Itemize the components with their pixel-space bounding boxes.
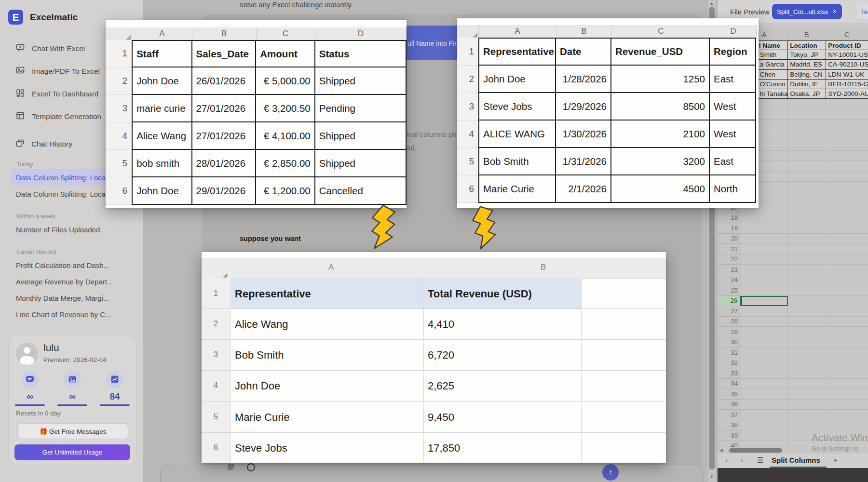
empty-cell[interactable] — [788, 192, 826, 203]
empty-cell[interactable] — [741, 420, 788, 431]
mention-icon[interactable]: @ — [227, 462, 234, 470]
empty-cell[interactable] — [741, 317, 788, 327]
row-number[interactable]: 23 — [718, 265, 741, 275]
empty-cell[interactable] — [826, 172, 868, 182]
empty-cell[interactable] — [826, 161, 868, 172]
empty-cell[interactable] — [788, 327, 826, 337]
empty-cell[interactable] — [826, 213, 868, 224]
empty-cell[interactable] — [826, 327, 868, 337]
sheet-next-icon[interactable]: › — [741, 456, 743, 464]
empty-cell[interactable] — [788, 265, 826, 275]
row-number[interactable]: 19 — [718, 223, 741, 234]
empty-cell[interactable] — [741, 265, 788, 275]
usage-stat-chart[interactable]: 84 — [99, 371, 131, 406]
empty-cell[interactable] — [826, 120, 868, 130]
empty-cell[interactable] — [826, 244, 868, 254]
get-free-messages-button[interactable]: 🎁 Get Free Messages — [17, 423, 128, 439]
hscroll-left-icon[interactable]: ◀ — [719, 448, 723, 453]
row-number[interactable]: 20 — [718, 234, 741, 244]
empty-cell[interactable] — [788, 337, 826, 348]
empty-cell[interactable] — [741, 358, 788, 369]
row-number[interactable]: 31 — [718, 348, 741, 358]
header-cell[interactable]: Location — [788, 40, 826, 50]
empty-cell[interactable] — [741, 306, 788, 317]
empty-cell[interactable] — [741, 389, 788, 400]
empty-cell[interactable] — [826, 234, 868, 244]
empty-cell[interactable] — [788, 368, 826, 379]
empty-cell[interactable] — [788, 213, 826, 224]
empty-cell[interactable] — [826, 285, 868, 296]
chat-history-item[interactable]: Line Chart of Revenue by C... — [0, 306, 132, 322]
empty-cell[interactable] — [741, 234, 788, 244]
row-number[interactable]: 30 — [718, 337, 741, 348]
empty-cell[interactable] — [826, 420, 868, 431]
row-number[interactable]: 40 — [718, 441, 741, 447]
empty-cell[interactable] — [788, 234, 826, 244]
empty-cell[interactable] — [826, 389, 868, 400]
row-number[interactable]: 24 — [718, 275, 741, 286]
split-name-button-fragment[interactable]: ull Name into Firs — [407, 26, 463, 60]
empty-cell[interactable] — [741, 348, 788, 358]
empty-cell[interactable] — [788, 120, 826, 130]
empty-cell[interactable] — [826, 254, 868, 265]
send-button[interactable]: ↑ — [602, 464, 619, 481]
data-cell[interactable]: Dublin, IE — [788, 80, 826, 89]
empty-cell[interactable] — [826, 130, 868, 141]
row-number[interactable]: 21 — [718, 244, 741, 254]
empty-cell[interactable] — [788, 389, 826, 400]
chat-history-item[interactable]: Number of Files Uploaded — [0, 221, 132, 238]
empty-cell[interactable] — [826, 296, 868, 307]
empty-cell[interactable] — [788, 99, 826, 109]
empty-cell[interactable] — [826, 368, 868, 379]
empty-cell[interactable] — [788, 285, 826, 296]
empty-cell[interactable] — [826, 306, 868, 317]
chat-history-item[interactable]: Monthly Data Merge, Margi... — [0, 290, 132, 306]
empty-cell[interactable] — [826, 358, 868, 369]
empty-cell[interactable] — [741, 379, 788, 389]
row-number[interactable]: 26 — [718, 296, 741, 307]
empty-cell[interactable] — [741, 410, 788, 420]
empty-cell[interactable] — [741, 254, 788, 265]
row-number[interactable]: 34 — [718, 379, 741, 389]
sheet-menu-icon[interactable]: ☰ — [757, 456, 763, 465]
data-cell[interactable]: Osaka, JP — [788, 89, 826, 99]
empty-cell[interactable] — [826, 410, 868, 420]
data-cell[interactable]: SYD-2000-AU — [826, 89, 868, 99]
empty-cell[interactable] — [788, 358, 826, 369]
row-number[interactable]: 38 — [718, 420, 741, 431]
empty-cell[interactable] — [826, 317, 868, 327]
empty-cell[interactable] — [741, 244, 788, 254]
empty-cell[interactable] — [788, 172, 826, 182]
empty-cell[interactable] — [826, 223, 868, 234]
scroll-down-icon[interactable]: ▼ — [708, 474, 716, 479]
row-number[interactable]: 35 — [718, 389, 741, 400]
row-number[interactable]: 27 — [718, 306, 741, 317]
close-tab-icon[interactable]: ✕ — [832, 8, 837, 15]
empty-cell[interactable] — [826, 192, 868, 203]
empty-cell[interactable] — [741, 441, 788, 447]
empty-cell[interactable] — [788, 161, 826, 172]
chat-history-item[interactable]: Average Revenue by Depart... — [0, 273, 132, 290]
chat-history-item[interactable]: Profit Calculation and Dash... — [0, 257, 132, 273]
empty-cell[interactable] — [826, 379, 868, 389]
empty-cell[interactable] — [826, 265, 868, 275]
empty-cell[interactable] — [788, 379, 826, 389]
empty-cell[interactable] — [741, 223, 788, 234]
data-cell[interactable]: Tokyo, JP — [788, 50, 826, 60]
header-cell[interactable]: Product ID — [826, 40, 868, 50]
sheet-prev-icon[interactable]: ‹ — [725, 456, 728, 464]
get-unlimited-usage-button[interactable]: Get Unlimited Usage — [14, 444, 130, 460]
empty-cell[interactable] — [788, 410, 826, 420]
empty-cell[interactable] — [741, 327, 788, 337]
row-number[interactable]: 22 — [718, 254, 741, 265]
empty-cell[interactable] — [826, 275, 868, 286]
file-tab[interactable]: Tes — [857, 4, 868, 19]
data-cell[interactable]: LDN-W1-UK — [826, 70, 868, 80]
empty-cell[interactable] — [741, 337, 788, 348]
sheet-tab-split-columns[interactable]: Split Columns — [772, 456, 820, 464]
empty-cell[interactable] — [741, 275, 788, 286]
row-number[interactable]: 37 — [718, 410, 741, 420]
empty-cell[interactable] — [826, 337, 868, 348]
empty-cell[interactable] — [741, 368, 788, 379]
row-number[interactable]: 18 — [718, 213, 741, 224]
